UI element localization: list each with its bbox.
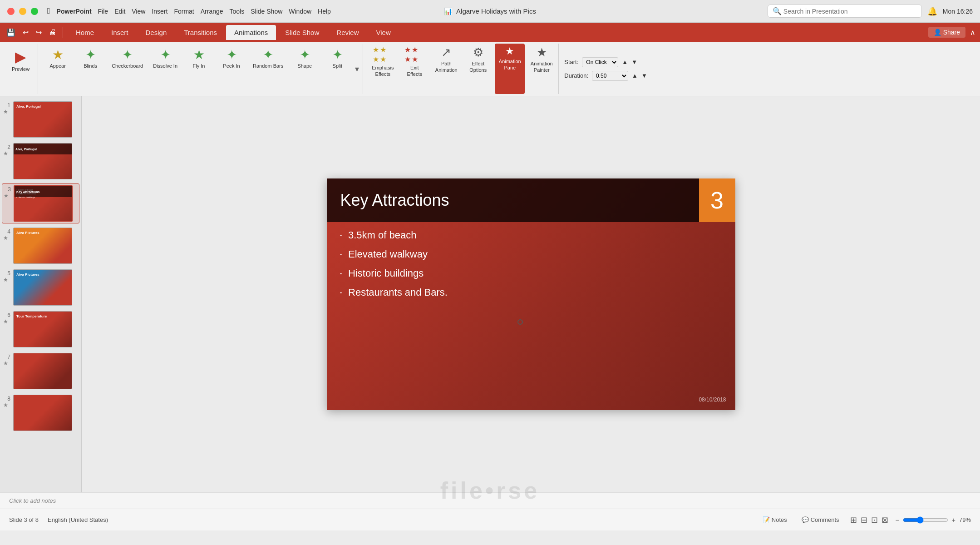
slide-thumb-1[interactable]: 1 ★ Alva, Portugal [2,100,79,139]
tab-home[interactable]: Home [68,25,102,40]
minimize-button[interactable] [19,8,26,15]
notes-bar[interactable]: Click to add notes [0,492,980,509]
slide-panel: 1 ★ Alva, Portugal 2 ★ Alva, Portugal 3 [0,96,82,492]
app-menu-powerpoint[interactable]: PowerPoint [57,8,92,15]
zoom-slider-input[interactable] [903,516,948,524]
thumb-label-4: Alva Pictures [16,231,39,235]
menu-file[interactable]: File [98,8,108,15]
slide-img-3: Key Attractions • 3.5km of beach • Eleva… [14,185,73,222]
menu-window[interactable]: Window [289,8,311,15]
duration-row: Duration: 0.50 1.00 2.00 ▲ ▼ [564,71,647,81]
path-animation-button[interactable]: ↗ PathAnimation [431,44,461,94]
comments-button[interactable]: 💬 Comments [798,515,843,525]
search-bar[interactable]: 🔍 [768,5,922,18]
slide-img-2: Alva, Portugal [13,143,72,179]
maximize-button[interactable] [31,8,38,15]
menu-slideshow[interactable]: Slide Show [251,8,282,15]
anim-split[interactable]: ✦ Split [321,44,353,70]
tab-insert[interactable]: Insert [103,25,137,40]
tab-review[interactable]: Review [328,25,367,40]
menu-arrange[interactable]: Arrange [201,8,223,15]
menu-tools[interactable]: Tools [230,8,245,15]
preview-icon: ▶ [15,48,26,65]
menu-view[interactable]: View [132,8,145,15]
window-title-area: 📊 Algarve Holidays with Pics [444,7,536,15]
anim-dissolve[interactable]: ✦ Dissolve In [148,44,182,70]
animation-painter-button[interactable]: ★ AnimationPainter [527,44,556,94]
slide-thumb-3[interactable]: 3 ★ Key Attractions • 3.5km of beach • E… [2,183,79,223]
start-down-arrow[interactable]: ▼ [631,59,637,65]
slide-num-1: 1 [3,101,10,109]
bullet-dot-4: • [340,290,342,295]
notification-icon[interactable]: 🔔 [927,6,937,16]
presenter-view-icon[interactable]: ⊠ [882,515,888,525]
thumb-label-1: Alva, Portugal [16,104,41,109]
redo-icon[interactable]: ↪ [34,27,44,38]
slide-img-5: Alva Pictures [13,269,72,306]
main-slide[interactable]: Key Attractions 3 • 3.5km of beach • Ele… [327,178,735,410]
anim-flyin[interactable]: ★ Fly In [183,44,215,70]
animation-pane-button[interactable]: ★ AnimationPane [495,44,525,94]
slide-thumb-8[interactable]: 8 ★ [2,393,79,432]
slide-star-3: ★ [4,193,11,199]
duration-select[interactable]: 0.50 1.00 2.00 [592,71,628,81]
preview-label: Preview [12,66,30,72]
anim-appear[interactable]: ★ Appear [42,44,74,70]
effect-options-button[interactable]: ⚙ EffectOptions [463,44,493,94]
undo-icon[interactable]: ↩ [21,27,30,38]
titlebar:  PowerPoint File Edit View Insert Forma… [0,0,980,23]
close-button[interactable] [7,8,15,15]
slide-thumb-6[interactable]: 6 ★ Tour Temperature [2,310,79,349]
emphasis-effects-button[interactable]: ★ ★ ★ ★ EmphasisEffects [368,44,398,94]
reading-view-icon[interactable]: ⊡ [871,515,878,525]
duration-down-arrow[interactable]: ▼ [641,72,647,79]
anim-shape[interactable]: ✦ Shape [289,44,320,70]
window-title: Algarve Holidays with Pics [456,7,536,15]
start-up-arrow[interactable]: ▲ [622,59,628,65]
anim-blinds[interactable]: ✦ Blinds [74,44,106,70]
search-input[interactable] [783,8,917,15]
randombars-icon: ✦ [263,47,273,62]
apple-menu[interactable]:  [47,6,50,16]
status-bar: Slide 3 of 8 English (United States) 📝 N… [0,509,980,530]
menu-edit[interactable]: Edit [114,8,125,15]
grid-view-icon[interactable]: ⊟ [861,515,867,525]
menu-help[interactable]: Help [318,8,331,15]
slide-thumb-2[interactable]: 2 ★ Alva, Portugal [2,142,79,181]
menu-insert[interactable]: Insert [152,8,167,15]
zoom-out-icon[interactable]: − [896,516,899,524]
exit-effects-button[interactable]: ★ ★ ★ ★ ExitEffects [399,44,429,94]
menu-format[interactable]: Format [174,8,194,15]
search-icon: 🔍 [773,7,782,15]
start-row: Start: On Click With Previous After Prev… [564,57,647,67]
anim-randombars[interactable]: ✦ Random Bars [248,44,288,70]
tab-design[interactable]: Design [138,25,175,40]
anim-checkerboard[interactable]: ✦ Checkerboard [107,44,148,70]
thumb-bar-text-2: Alva, Portugal [15,148,37,151]
start-select[interactable]: On Click With Previous After Previous [582,57,618,67]
share-button[interactable]: 👤 Share [928,27,965,38]
slide-star-6: ★ [3,318,10,325]
slide-num-8: 8 [3,395,10,402]
slide-edit-area[interactable]: Key Attractions 3 • 3.5km of beach • Ele… [82,96,980,492]
shape-icon: ✦ [300,47,310,62]
tab-transitions[interactable]: Transitions [176,25,225,40]
scroll-down-arrow[interactable]: ▾ [353,62,361,76]
zoom-in-icon[interactable]: + [952,516,955,524]
duration-up-arrow[interactable]: ▲ [632,72,638,79]
normal-view-icon[interactable]: ⊞ [850,515,857,525]
tab-view[interactable]: View [368,25,399,40]
slide-thumb-4[interactable]: 4 ★ Alva Pictures [2,226,79,265]
tab-slideshow[interactable]: Slide Show [277,25,327,40]
anim-peekin[interactable]: ✦ Peek In [216,44,247,70]
slide-thumb-7[interactable]: 7 ★ [2,352,79,391]
tab-animations[interactable]: Animations [226,25,276,40]
save-icon[interactable]: 💾 [5,27,17,38]
dissolve-icon: ✦ [160,47,171,62]
slide-thumb-5[interactable]: 5 ★ Alva Pictures [2,268,79,307]
preview-button[interactable]: ▶ Preview [7,45,34,74]
print-icon[interactable]: 🖨 [47,27,58,37]
notes-button[interactable]: 📝 Notes [759,515,791,525]
collapse-ribbon-icon[interactable]: ∧ [970,28,975,37]
emphasis-label: EmphasisEffects [372,64,394,78]
